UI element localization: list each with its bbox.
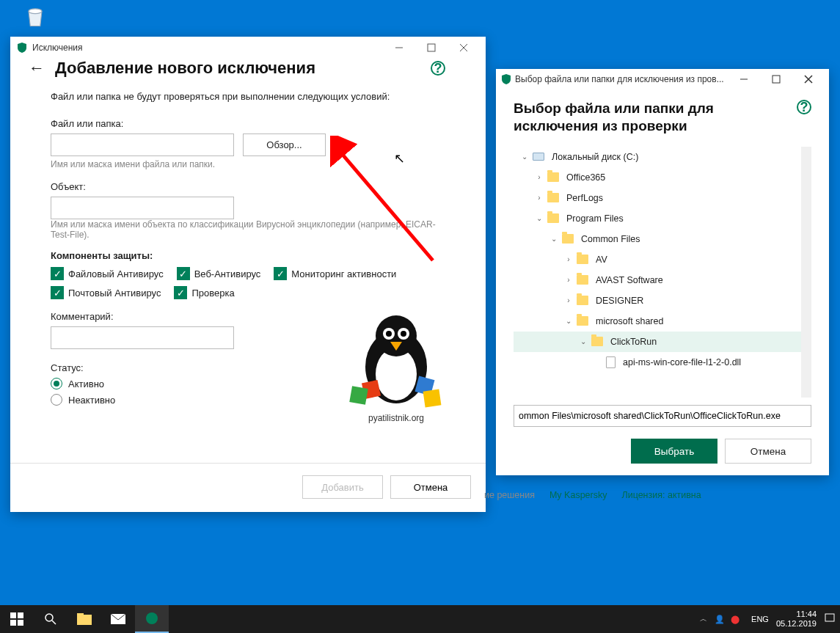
close-button[interactable] — [792, 69, 825, 89]
tray-alert-icon[interactable]: ⬤ — [731, 615, 739, 624]
tree-row[interactable]: ›DESIGNER — [514, 290, 801, 311]
watermark: pyatilistnik.org — [315, 301, 477, 423]
radio-icon — [51, 394, 62, 406]
taskbar[interactable]: ︿ 👤 ⬤ ENG 11:44 05.12.2019 — [0, 605, 840, 633]
chevron-right-icon: › — [536, 173, 543, 181]
tree-label: AV — [596, 255, 607, 265]
tree-label: DESIGNER — [596, 296, 643, 306]
tree-label: Program Files — [566, 213, 624, 224]
check-monitoring[interactable]: ✓Мониторинг активности — [274, 267, 396, 280]
select-button[interactable]: Выбрать — [631, 439, 717, 464]
tree-label: PerfLogs — [566, 193, 603, 203]
tree-label: Локальный диск (C:) — [552, 152, 638, 162]
recycle-bin-icon[interactable] — [21, 1, 50, 31]
file-input[interactable] — [51, 133, 234, 156]
notifications-button[interactable] — [824, 612, 836, 626]
back-button[interactable]: ← — [29, 59, 45, 78]
tree-row[interactable]: ⌄Локальный диск (C:) — [514, 147, 801, 167]
tree-label: Office365 — [566, 172, 605, 183]
checkbox-icon: ✓ — [177, 267, 190, 280]
file-explorer-button[interactable] — [67, 605, 101, 633]
chevron-down-icon: ⌄ — [550, 235, 558, 243]
kaspersky-button[interactable] — [135, 605, 169, 633]
check-scan[interactable]: ✓Проверка — [174, 286, 234, 299]
folder-icon — [577, 255, 588, 264]
chevron-right-icon: › — [565, 255, 572, 263]
tree-label: microsoft shared — [596, 316, 663, 326]
tree-row[interactable]: ›Office365 — [514, 167, 801, 188]
components-checkboxes: ✓Файловый Антивирус ✓Веб-Антивирус ✓Мони… — [51, 267, 445, 299]
svg-rect-19 — [10, 620, 16, 626]
tree-row[interactable]: ›AV — [514, 249, 801, 270]
check-file-antivirus[interactable]: ✓Файловый Антивирус — [51, 267, 164, 280]
svg-rect-27 — [825, 614, 834, 621]
language-indicator[interactable]: ENG — [751, 615, 769, 623]
minimize-button[interactable] — [383, 37, 415, 58]
folder-tree[interactable]: ⌄Локальный диск (C:)›Office365›PerfLogs⌄… — [514, 147, 811, 398]
help-icon[interactable]: ? — [797, 100, 811, 114]
clock[interactable]: 11:44 05.12.2019 — [776, 610, 817, 629]
minimize-button[interactable] — [728, 69, 760, 89]
svg-line-22 — [52, 621, 56, 624]
titlebar[interactable]: Исключения — [10, 37, 486, 59]
tree-row[interactable]: ⌄Program Files — [514, 208, 801, 229]
folder-icon — [547, 213, 559, 223]
page-title: Выбор файла или папки для исключения из … — [514, 100, 789, 135]
chevron-down-icon: ⌄ — [536, 214, 543, 222]
tree-row[interactable]: api-ms-win-core-file-l1-2-0.dll — [514, 352, 801, 373]
tree-row[interactable]: ⌄microsoft shared — [514, 311, 801, 332]
svg-rect-2 — [428, 44, 435, 51]
chevron-down-icon: ⌄ — [580, 337, 587, 345]
close-button[interactable] — [448, 37, 480, 58]
chevron-down-icon: ⌄ — [521, 153, 528, 161]
description-text: Файл или папка не будут проверяться при … — [51, 91, 445, 102]
my-kaspersky-link[interactable]: My Kaspersky — [549, 490, 607, 500]
mail-button[interactable] — [101, 605, 135, 633]
tree-row[interactable]: ⌄ClickToRun — [514, 332, 801, 352]
svg-point-0 — [29, 9, 42, 14]
cursor-icon: ↖ — [394, 150, 405, 167]
comment-input[interactable] — [51, 326, 234, 349]
folder-icon — [577, 275, 588, 285]
maximize-button[interactable] — [415, 37, 448, 58]
folder-icon — [562, 234, 574, 244]
help-icon[interactable]: ? — [431, 61, 445, 76]
svg-rect-24 — [77, 613, 84, 616]
checkbox-icon: ✓ — [174, 286, 187, 299]
folder-icon — [547, 172, 559, 182]
search-button[interactable] — [34, 605, 67, 633]
tree-label: ClickToRun — [610, 337, 657, 347]
svg-rect-16 — [773, 76, 780, 83]
cancel-button[interactable]: Отмена — [390, 475, 471, 499]
window-title: Выбор файла или папки для исключения из … — [515, 74, 728, 84]
tray-people-icon[interactable]: 👤 — [715, 615, 725, 624]
tree-row[interactable]: ›PerfLogs — [514, 188, 801, 208]
file-browser-window: Выбор файла или папки для исключения из … — [496, 69, 829, 475]
chevron-right-icon: › — [536, 194, 543, 202]
object-input[interactable] — [51, 197, 234, 219]
browse-button[interactable]: Обзор... — [243, 133, 326, 156]
file-label: Файл или папка: — [51, 118, 445, 129]
radio-icon — [51, 378, 62, 389]
object-hint: Имя или маска имени объекта по классифик… — [51, 219, 445, 240]
start-button[interactable] — [0, 605, 34, 633]
maximize-button[interactable] — [760, 69, 792, 89]
checkbox-icon: ✓ — [51, 267, 64, 280]
check-web-antivirus[interactable]: ✓Веб-Антивирус — [177, 267, 261, 280]
chevron-right-icon: › — [565, 276, 572, 284]
cancel-button[interactable]: Отмена — [725, 439, 811, 464]
tree-row[interactable]: ›AVAST Software — [514, 270, 801, 290]
svg-rect-23 — [77, 615, 92, 625]
tree-label: Common Files — [581, 234, 640, 244]
tree-label: AVAST Software — [596, 275, 663, 285]
tree-row[interactable]: ⌄Common Files — [514, 229, 801, 249]
chevron-right-icon: › — [565, 296, 572, 304]
check-mail-antivirus[interactable]: ✓Почтовый Антивирус — [51, 286, 161, 299]
path-input[interactable] — [514, 405, 811, 427]
titlebar[interactable]: Выбор файла или папки для исключения из … — [496, 69, 829, 89]
folder-icon — [577, 296, 588, 305]
tray-chevron-icon[interactable]: ︿ — [700, 614, 707, 624]
file-hint: Имя или маска имени файла или папки. — [51, 159, 445, 169]
add-button[interactable]: Добавить — [302, 475, 383, 499]
bg-links: ие решения My Kaspersky Лицензия: активн… — [484, 490, 701, 500]
